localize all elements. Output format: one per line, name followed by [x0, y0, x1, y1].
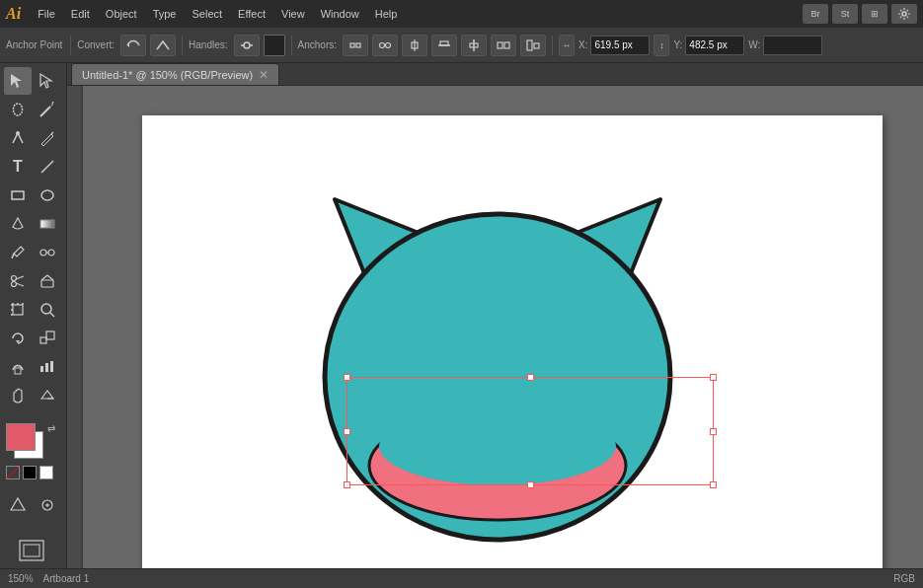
y-coord-group: Y:: [673, 36, 744, 55]
svg-point-8: [386, 42, 391, 47]
foreground-color-swatch[interactable]: [6, 423, 36, 451]
vertical-ruler: [67, 86, 83, 568]
handles-equal-btn[interactable]: [234, 35, 260, 56]
tab-title: Untitled-1* @ 150% (RGB/Preview): [82, 69, 253, 81]
direct-select-tool[interactable]: [34, 67, 61, 95]
color-small-swatches: [6, 466, 53, 479]
pencil-tool[interactable]: [34, 124, 61, 152]
rect-tool[interactable]: [4, 182, 32, 209]
black-swatch[interactable]: [23, 466, 37, 479]
frame-tool[interactable]: [4, 537, 59, 564]
menu-object[interactable]: Object: [99, 5, 144, 23]
tab-bar: Untitled-1* @ 150% (RGB/Preview) ✕: [67, 63, 923, 86]
graph-tool[interactable]: [34, 353, 61, 381]
none-swatch[interactable]: [6, 466, 20, 479]
artboard-info: Artboard 1: [43, 573, 90, 584]
menu-type[interactable]: Type: [146, 5, 184, 23]
svg-rect-17: [527, 40, 532, 50]
hand-tool[interactable]: [4, 382, 32, 409]
rotate-tool[interactable]: [4, 325, 32, 352]
swap-colors-icon[interactable]: ⇄: [47, 423, 55, 434]
eraser-tool[interactable]: [34, 267, 61, 295]
magic-wand-tool[interactable]: [34, 96, 61, 123]
blend-tool[interactable]: [34, 239, 61, 266]
menu-edit[interactable]: Edit: [64, 5, 97, 23]
svg-rect-6: [356, 43, 360, 47]
svg-rect-12: [440, 41, 448, 45]
perspective-tool[interactable]: [4, 491, 32, 519]
warp-tool[interactable]: [4, 353, 32, 381]
zoom-tool[interactable]: [34, 296, 61, 324]
dist-btn[interactable]: [491, 35, 516, 56]
svg-point-27: [41, 190, 53, 200]
svg-rect-53: [50, 361, 53, 372]
pokemon-illustration[interactable]: [290, 140, 705, 556]
svg-rect-28: [40, 220, 54, 228]
align-h-btn[interactable]: [431, 35, 457, 56]
menu-help[interactable]: Help: [368, 5, 405, 23]
canvas-area[interactable]: 800, 530: [83, 86, 923, 568]
menu-window[interactable]: Window: [314, 5, 366, 23]
y-arrows-btn[interactable]: ↕: [654, 35, 669, 56]
w-input[interactable]: [763, 36, 822, 55]
convert-corner-btn[interactable]: [150, 35, 176, 56]
settings-icon-btn[interactable]: [891, 4, 917, 24]
svg-line-29: [12, 254, 14, 258]
scale-tool[interactable]: [34, 325, 61, 352]
convert-smooth-btn[interactable]: [120, 35, 146, 56]
x-input[interactable]: [590, 36, 650, 55]
svg-marker-20: [40, 74, 51, 88]
shape-builder-tool[interactable]: [34, 382, 61, 409]
menu-file[interactable]: File: [31, 5, 62, 23]
anchor-tools-btn[interactable]: [372, 35, 398, 56]
white-swatch[interactable]: [39, 466, 53, 479]
dist2-btn[interactable]: [520, 35, 546, 56]
grid-icon-btn[interactable]: ⊞: [862, 4, 887, 24]
svg-marker-56: [11, 498, 25, 510]
menu-right: Br St ⊞: [803, 4, 917, 24]
svg-rect-26: [12, 191, 24, 199]
svg-rect-60: [24, 545, 39, 556]
menu-effect[interactable]: Effect: [231, 5, 272, 23]
eyedropper-tool[interactable]: [4, 239, 32, 266]
color-section: ⇄: [0, 417, 66, 485]
show-handles-btn[interactable]: [343, 35, 368, 56]
svg-line-22: [52, 102, 53, 104]
select-tool[interactable]: [4, 67, 32, 95]
svg-rect-52: [45, 363, 48, 372]
extra-tools: [0, 487, 66, 523]
svg-rect-38: [13, 305, 23, 315]
menu-select[interactable]: Select: [185, 5, 229, 23]
ellipse-tool[interactable]: [34, 182, 61, 209]
tab-close-btn[interactable]: ✕: [259, 68, 269, 82]
document-tab[interactable]: Untitled-1* @ 150% (RGB/Preview) ✕: [71, 63, 279, 85]
canvas-wrapper: Untitled-1* @ 150% (RGB/Preview) ✕: [67, 63, 923, 568]
scissors-tool[interactable]: [4, 267, 32, 295]
svg-rect-48: [40, 337, 46, 343]
bridge-icon-btn[interactable]: Br: [803, 4, 828, 24]
gradient-tool[interactable]: [34, 210, 61, 238]
line-tool[interactable]: [34, 153, 61, 181]
pen-tool[interactable]: [4, 124, 32, 152]
handles-label: Handles:: [189, 39, 227, 50]
type-tool[interactable]: T: [4, 153, 32, 181]
color-swatches[interactable]: ⇄: [6, 423, 55, 461]
main-area: T: [0, 63, 923, 568]
symbol-sprayer-tool[interactable]: [34, 491, 61, 519]
align-anchor-btn[interactable]: [402, 35, 427, 56]
artboard-tool[interactable]: [4, 296, 32, 324]
stock-icon-btn[interactable]: St: [832, 4, 858, 24]
lasso-tool[interactable]: [4, 96, 32, 123]
tool-grid: T: [0, 63, 66, 413]
canvas-with-rulers: 800, 530: [67, 86, 923, 568]
svg-point-0: [902, 12, 906, 16]
paintbucket-tool[interactable]: [4, 210, 32, 238]
app-logo: Ai: [6, 5, 21, 23]
handles-box[interactable]: [264, 35, 285, 56]
align-v-btn[interactable]: [461, 35, 487, 56]
menu-view[interactable]: View: [274, 5, 312, 23]
svg-point-31: [48, 250, 54, 256]
sep4: [552, 36, 553, 55]
x-arrows-btn[interactable]: ↔: [559, 35, 575, 56]
y-input[interactable]: [685, 36, 744, 55]
